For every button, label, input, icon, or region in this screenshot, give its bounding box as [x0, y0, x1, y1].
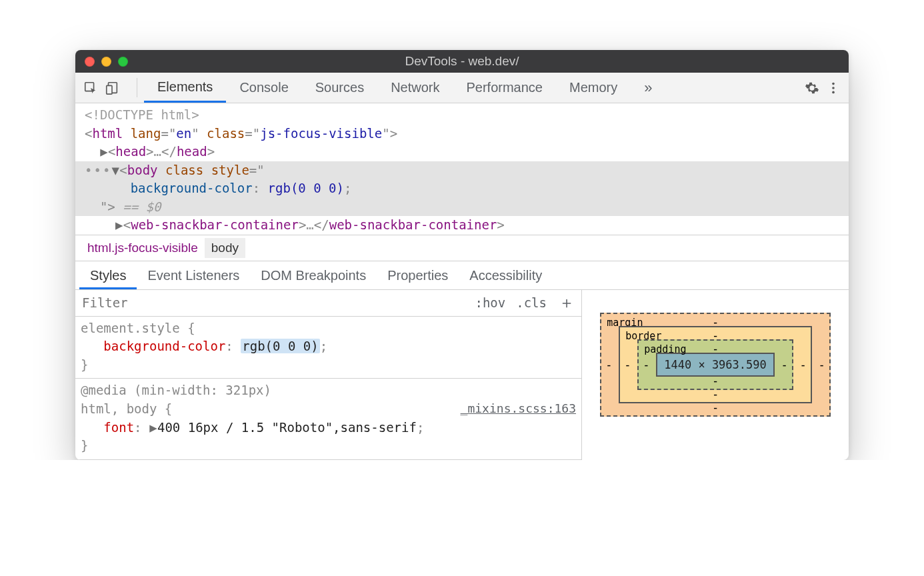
inspect-element-icon[interactable]: [82, 79, 99, 97]
box-model-pane: margin ---- border ---- padding ---- 144…: [582, 290, 849, 460]
dom-html-open[interactable]: <html lang="en" class="js-focus-visible"…: [75, 125, 849, 143]
dom-head[interactable]: ▶<head>…</head>: [75, 143, 849, 161]
box-model-content[interactable]: 1440 × 3963.590: [656, 353, 775, 377]
dom-breadcrumb: html.js-focus-visible body: [75, 235, 849, 261]
box-model-padding[interactable]: padding ---- 1440 × 3963.590: [637, 339, 793, 390]
tab-network[interactable]: Network: [377, 73, 453, 103]
tab-properties[interactable]: Properties: [377, 261, 459, 289]
collapse-triangle-icon[interactable]: ▼: [111, 161, 119, 180]
kebab-menu-icon[interactable]: [825, 79, 842, 97]
breadcrumb-html[interactable]: html.js-focus-visible: [81, 238, 205, 258]
rule-media-html-body[interactable]: @media (min-width: 321px) _mixins.scss:1…: [75, 379, 581, 459]
tab-console[interactable]: Console: [226, 73, 301, 103]
tab-styles[interactable]: Styles: [79, 261, 137, 289]
tab-performance[interactable]: Performance: [453, 73, 557, 103]
box-model-diagram[interactable]: margin ---- border ---- padding ---- 144…: [600, 313, 831, 417]
main-toolbar: Elements Console Sources Network Perform…: [75, 73, 849, 103]
zoom-window-button[interactable]: [118, 57, 128, 67]
styles-filter-input[interactable]: [75, 295, 469, 310]
dom-tree[interactable]: <!DOCTYPE html> <html lang="en" class="j…: [75, 103, 849, 235]
tab-dom-breakpoints[interactable]: DOM Breakpoints: [250, 261, 377, 289]
window-title: DevTools - web.dev/: [75, 54, 849, 69]
styles-filter-row: :hov .cls ＋: [75, 290, 581, 317]
close-window-button[interactable]: [85, 57, 95, 67]
box-model-border[interactable]: border ---- padding ---- 1440 × 3963.590: [619, 326, 812, 403]
dom-body-open[interactable]: •••▼<body class style=": [75, 161, 849, 180]
secondary-tabs: Styles Event Listeners DOM Breakpoints P…: [75, 261, 849, 290]
expand-triangle-icon[interactable]: ▶: [100, 143, 108, 161]
main-tabs: Elements Console Sources Network Perform…: [144, 73, 665, 103]
style-rules: element.style { background-color: rgb(0 …: [75, 317, 581, 460]
rule-element-style[interactable]: element.style { background-color: rgb(0 …: [75, 317, 581, 379]
svg-point-4: [832, 87, 835, 89]
expand-triangle-icon[interactable]: ▶: [115, 216, 123, 235]
tab-event-listeners[interactable]: Event Listeners: [137, 261, 250, 289]
dom-body-close-attr[interactable]: "> == $0: [75, 198, 849, 217]
box-model-margin[interactable]: margin ---- border ---- padding ---- 144…: [600, 313, 831, 417]
toolbar-divider: [137, 78, 137, 97]
tab-memory[interactable]: Memory: [556, 73, 631, 103]
dom-doctype[interactable]: <!DOCTYPE html>: [75, 106, 849, 125]
source-link[interactable]: _mixins.scss:163: [461, 400, 576, 417]
dom-body-style[interactable]: background-color: rgb(0 0 0);: [75, 179, 849, 198]
devtools-window: DevTools - web.dev/ Elements Console Sou…: [75, 50, 849, 460]
color-value-highlight[interactable]: rgb(0 0 0): [241, 339, 319, 353]
svg-point-3: [832, 82, 835, 85]
expand-shorthand-icon[interactable]: ▶: [149, 419, 157, 437]
svg-rect-2: [107, 85, 112, 94]
dom-snackbar[interactable]: ▶<web-snackbar-container>…</web-snackbar…: [75, 216, 849, 235]
window-controls: [85, 57, 128, 67]
svg-point-5: [832, 91, 835, 93]
tab-sources[interactable]: Sources: [302, 73, 377, 103]
tab-elements[interactable]: Elements: [144, 73, 226, 103]
minimize-window-button[interactable]: [101, 57, 111, 67]
titlebar: DevTools - web.dev/: [75, 50, 849, 73]
tab-accessibility[interactable]: Accessibility: [459, 261, 553, 289]
hov-toggle[interactable]: :hov: [469, 295, 511, 310]
new-style-rule-button[interactable]: ＋: [552, 292, 581, 313]
settings-gear-icon[interactable]: [803, 79, 821, 97]
cls-toggle[interactable]: .cls: [511, 295, 552, 310]
device-toggle-icon[interactable]: [103, 79, 121, 97]
tabs-overflow-button[interactable]: »: [631, 73, 665, 103]
breadcrumb-body[interactable]: body: [205, 238, 245, 258]
styles-pane: :hov .cls ＋ element.style { background-c…: [75, 290, 849, 460]
